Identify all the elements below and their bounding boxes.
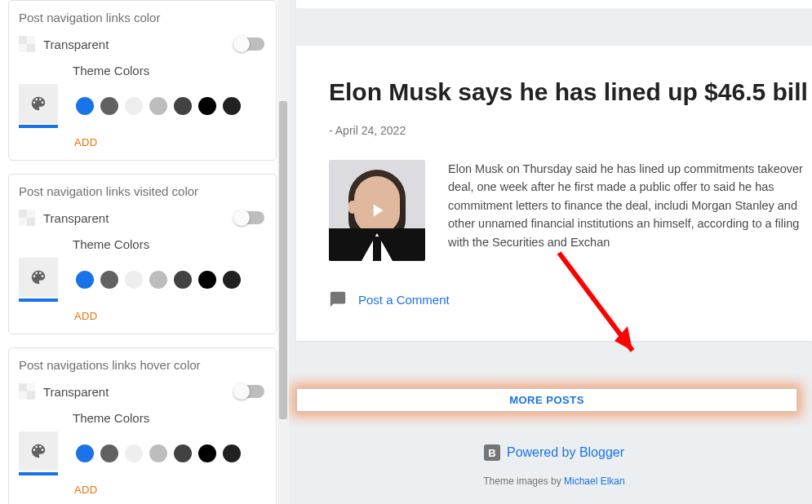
color-picker-button[interactable] [19, 258, 58, 297]
panel-title: Post navigation links color [19, 11, 264, 24]
color-swatch[interactable] [125, 444, 143, 462]
color-picker-button[interactable] [19, 84, 58, 123]
more-posts-button[interactable]: MORE POSTS [296, 388, 797, 412]
transparency-swatch-icon [19, 383, 35, 400]
color-swatch[interactable] [125, 97, 143, 115]
date-prefix: - [329, 124, 335, 137]
color-swatch[interactable] [149, 271, 167, 289]
add-color-button[interactable]: ADD [74, 136, 264, 148]
prev-article-sliver [296, 0, 812, 8]
sidebar-scrollbar-thumb[interactable] [279, 101, 287, 419]
blogger-link-text: Powered by Blogger [507, 445, 624, 460]
transparent-label: Transparent [43, 38, 109, 51]
powered-by-blogger-link[interactable]: B Powered by Blogger [484, 444, 624, 461]
theme-colors-label: Theme Colors [73, 411, 264, 425]
color-swatch[interactable] [76, 444, 94, 462]
add-color-button[interactable]: ADD [74, 310, 264, 322]
date-value[interactable]: April 24, 2022 [335, 124, 406, 137]
color-swatch[interactable] [198, 97, 216, 115]
post-excerpt: Elon Musk on Thursday said he has lined … [448, 160, 812, 261]
palette-icon [29, 442, 47, 460]
theme-swatches [76, 271, 241, 289]
color-swatch[interactable] [100, 97, 118, 115]
transparency-swatch-icon [19, 210, 35, 226]
transparent-label: Transparent [43, 385, 109, 399]
theme-credit: Theme images by Michael Elkan [296, 475, 812, 487]
theme-swatches [76, 444, 241, 462]
blog-preview-pane: Elon Musk says he has lined up $46.5 bil… [282, 0, 812, 504]
panel-title: Post navigation links visited color [19, 184, 264, 198]
selection-indicator [19, 298, 58, 302]
color-swatch[interactable] [125, 271, 143, 289]
color-swatch[interactable] [76, 271, 94, 289]
blog-post-card: Elon Musk says he has lined up $46.5 bil… [296, 46, 812, 341]
transparent-toggle[interactable] [235, 211, 264, 224]
color-picker-button[interactable] [19, 431, 58, 471]
color-swatch[interactable] [223, 97, 241, 115]
color-swatch[interactable] [100, 271, 118, 289]
theme-colors-label: Theme Colors [73, 64, 264, 77]
color-swatch[interactable] [198, 271, 216, 289]
color-swatch[interactable] [76, 97, 94, 115]
theme-sidebar[interactable]: Post navigation links color Transparent … [0, 0, 282, 504]
color-swatch[interactable] [174, 97, 192, 115]
theme-author-link[interactable]: Michael Elkan [564, 475, 625, 487]
color-panel-nav-visited: Post navigation links visited color Tran… [8, 174, 277, 334]
selection-indicator [19, 125, 58, 128]
palette-icon [29, 95, 47, 113]
transparency-swatch-icon [19, 36, 35, 52]
theme-colors-label: Theme Colors [73, 237, 264, 251]
color-panel-nav-hover: Post navigations links hover color Trans… [8, 347, 277, 504]
transparent-toggle[interactable] [235, 38, 264, 51]
comment-icon [329, 290, 347, 308]
blogger-badge-icon: B [484, 444, 500, 461]
theme-credit-prefix: Theme images by [483, 475, 564, 487]
color-swatch[interactable] [149, 97, 167, 115]
theme-swatches [76, 97, 241, 115]
selection-indicator [19, 472, 58, 475]
color-swatch[interactable] [174, 271, 192, 289]
post-thumbnail[interactable] [329, 160, 425, 261]
panel-title: Post navigations links hover color [19, 358, 264, 372]
color-panel-nav-links: Post navigation links color Transparent … [8, 0, 277, 161]
color-swatch[interactable] [198, 444, 216, 462]
play-icon [366, 200, 388, 221]
post-comment-link[interactable]: Post a Comment [358, 293, 450, 307]
palette-icon [29, 268, 47, 286]
transparent-label: Transparent [43, 211, 109, 225]
color-swatch[interactable] [174, 444, 192, 462]
transparent-toggle[interactable] [235, 385, 264, 398]
color-swatch[interactable] [223, 271, 241, 289]
color-swatch[interactable] [149, 444, 167, 462]
color-swatch[interactable] [100, 444, 118, 462]
post-date: - April 24, 2022 [329, 124, 812, 137]
add-color-button[interactable]: ADD [74, 484, 264, 496]
post-title[interactable]: Elon Musk says he has lined up $46.5 bil… [329, 78, 812, 106]
color-swatch[interactable] [223, 444, 241, 462]
